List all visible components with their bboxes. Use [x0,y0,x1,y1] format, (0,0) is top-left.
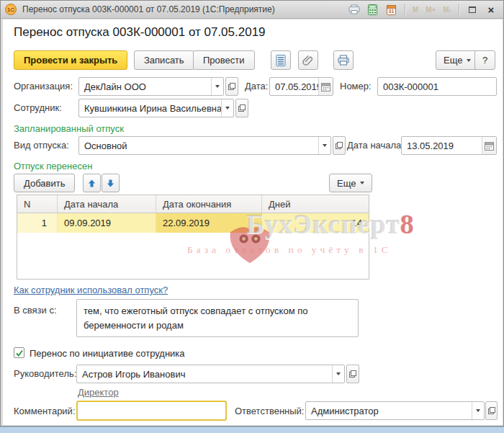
transfer-table: N Дата начала Дата окончания Дней 1 09.0… [17,195,369,280]
comment-input[interactable] [76,401,227,421]
calendar-icon [485,141,494,151]
employee-initiative-label: Перенос по инициативе сотрудника [30,348,185,359]
manager-dropdown-icon[interactable] [332,365,344,383]
related-documents-button[interactable] [271,50,291,70]
maximize-button[interactable] [464,2,480,17]
date-value[interactable]: 07.05.2019 [270,81,318,92]
manager-choose-button[interactable] [346,365,359,383]
vacation-kind-value[interactable]: Основной [79,140,318,151]
cell-row-number[interactable]: 1 [17,213,58,233]
choose-icon [238,104,246,112]
start-date-field[interactable]: 13.05.2019 [401,136,497,155]
reason-label: В связи с: [14,305,57,316]
employee-value[interactable]: Кувшинкина Ирина Васильевна [79,103,221,114]
manager-label: Руководитель: [14,368,76,379]
reason-textarea[interactable]: тем, что ежеготный отпуск совпадает с от… [76,299,359,337]
page-title: Перенос отпуска 003К-000001 от 07.05.201… [14,25,266,40]
more-button[interactable]: Еще [436,50,479,70]
desktop-strip [0,427,504,433]
document-list-icon [276,55,286,66]
table-more-button[interactable]: Еще [329,174,372,192]
manager-position-link[interactable]: Директор [78,387,119,398]
start-date-value[interactable]: 13.05.2019 [402,140,482,151]
move-row-down-button[interactable] [102,174,120,192]
table-header-row: N Дата начала Дата окончания Дней [17,195,369,213]
memory-subtract-button[interactable]: M- [441,6,454,14]
print-button[interactable] [333,50,354,70]
employee-label: Сотрудник: [14,102,62,113]
start-date-label: Дата начала: [347,140,404,151]
choose-icon [336,142,343,149]
vacation-kind-dropdown-icon[interactable] [318,137,330,154]
date-field[interactable]: 07.05.2019 [269,77,333,96]
cell-end-date[interactable]: 22.09.2019 [156,213,262,233]
comment-label: Комментарий: [14,406,76,416]
table-row[interactable]: 1 09.09.2019 22.09.2019 14 [17,213,369,233]
employee-combo[interactable]: Кувшинкина Ирина Васильевна [78,99,234,117]
attachments-button[interactable] [298,50,318,70]
post-button[interactable]: Провести [193,50,255,70]
paperclip-icon [302,55,314,66]
start-date-calendar-button[interactable] [482,137,496,154]
post-and-close-button[interactable]: Провести и закрыть [14,50,127,70]
choose-icon [349,370,356,378]
employee-initiative-checkbox[interactable] [14,347,24,358]
organization-choose-button[interactable] [225,77,238,96]
calendar-icon [321,82,330,91]
cell-start-date[interactable]: 09.09.2019 [58,213,156,233]
number-value[interactable]: 003К-000001 [378,81,496,92]
maximize-icon [469,6,476,13]
memory-add-button[interactable]: M+ [423,6,438,14]
organization-label: Организация: [14,81,73,91]
move-row-up-button[interactable] [83,174,101,192]
responsible-choose-button[interactable] [485,401,498,420]
arrow-down-icon [106,179,115,188]
chevron-down-icon [360,182,364,184]
check-icon [15,349,24,357]
column-header-days: Дней [262,195,369,213]
vacation-usage-link[interactable]: Как сотрудник использовал отпуск? [14,285,168,295]
help-button[interactable]: ? [474,50,495,70]
choose-icon [228,83,235,90]
date-calendar-button[interactable] [318,78,333,95]
organization-dropdown-icon[interactable] [211,78,223,95]
responsible-dropdown-icon[interactable] [472,402,484,419]
write-button[interactable]: Записать [134,50,194,70]
planned-section-title: Запланированный отпуск [14,123,124,134]
manager-combo[interactable]: Астров Игорь Иванович [76,365,345,383]
chevron-down-icon [467,59,471,62]
document-form: Перенос отпуска 003К-000001 от 07.05.201… [3,19,503,425]
close-icon: × [488,4,495,15]
choose-icon [488,407,495,414]
1c-app-icon: 1С [5,4,17,15]
column-header-n: N [17,195,58,213]
responsible-value[interactable]: Администратор [306,406,472,416]
calculator-icon[interactable] [365,2,381,17]
close-button[interactable]: × [483,2,499,17]
employee-dropdown-icon[interactable] [221,99,233,117]
responsible-combo[interactable]: Администратор [305,401,485,420]
window-titlebar: 1С Перенос отпуска 003К-000001 от 07.05.… [1,1,503,19]
memory-recall-button[interactable]: M [410,6,420,14]
employee-choose-button[interactable] [235,99,248,117]
number-label: Номер: [340,81,372,91]
window-title: Перенос отпуска 003К-000001 от 07.05.201… [22,4,346,14]
vacation-kind-choose-button[interactable] [333,136,346,155]
vacation-kind-combo[interactable]: Основной [78,136,331,155]
printer-icon [338,55,349,66]
svg-text:31: 31 [389,9,395,14]
titlebar-separator [405,4,405,15]
arrow-up-icon [87,179,96,188]
date-label: Дата: [245,81,268,91]
transfer-section-title: Отпуск перенесен [14,161,92,171]
add-row-button[interactable]: Добавить [14,174,75,192]
manager-value[interactable]: Астров Игорь Иванович [77,369,332,380]
calendar-icon[interactable]: 31 [384,2,400,17]
app-window: 1С Перенос отпуска 003К-000001 от 07.05.… [0,0,504,427]
organization-value[interactable]: ДекЛайн ООО [79,81,211,92]
column-header-end-date: Дата окончания [156,195,262,213]
organization-combo[interactable]: ДекЛайн ООО [78,77,224,96]
export-icon[interactable] [346,2,362,17]
number-field[interactable]: 003К-000001 [377,77,497,96]
cell-days[interactable]: 14 [262,213,369,233]
